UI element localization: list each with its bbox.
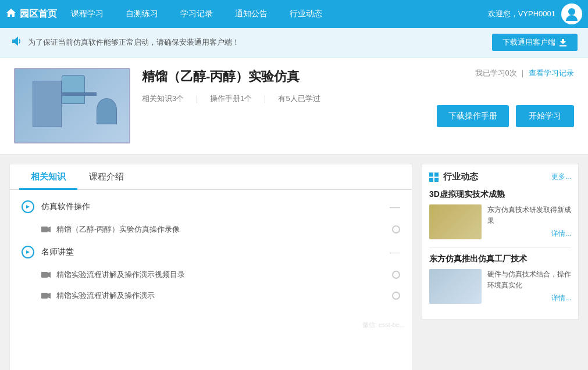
grid-icon	[429, 173, 439, 182]
industry-more[interactable]: 更多...	[551, 172, 571, 182]
section-item-0[interactable]: 仿真软件操作 —	[10, 195, 412, 219]
lesson-title-1-0: 精馏实验流程讲解及操作演示视频目录	[56, 270, 386, 280]
section-title-1: 名师讲堂	[41, 247, 383, 257]
svg-marker-3	[48, 227, 51, 232]
svg-marker-4	[26, 250, 30, 254]
welcome-text: 欢迎您，VYPH0001	[488, 9, 555, 19]
lesson-radio-1-1	[392, 292, 400, 300]
news-content-1: 硬件与仿真技术结合，操作环境真实化 详情...	[487, 269, 571, 304]
news-more-1[interactable]: 详情...	[487, 293, 571, 303]
news-body-0: 东方仿真技术研发取得新成果 详情...	[429, 204, 571, 239]
nav-link-records[interactable]: 学习记录	[178, 9, 215, 19]
lesson-item-1-1[interactable]: 精馏实验流程讲解及操作演示	[10, 285, 412, 306]
lesson-radio-1-0	[392, 271, 400, 279]
news-desc-1: 硬件与仿真技术结合，操作环境真实化	[487, 270, 571, 289]
download-client-label: 下载通用客户端	[503, 37, 555, 48]
news-title-0: 3D虚拟现实技术成熟	[429, 189, 571, 200]
view-record-link[interactable]: 查看学习记录	[529, 69, 574, 77]
nav-links: 课程学习 自测练习 学习记录 通知公告 行业动态	[69, 9, 488, 19]
download-client-button[interactable]: 下载通用客户端	[492, 34, 578, 51]
news-thumb-0	[429, 204, 482, 239]
speaker-icon	[10, 36, 22, 49]
home-icon	[6, 8, 16, 20]
course-record: 我已学习0次 ｜ 查看学习记录	[475, 68, 574, 78]
meta-knowledge: 相关知识3个	[142, 94, 184, 104]
meta-manual: 操作手册1个	[210, 94, 252, 104]
meta-divider-2: ｜	[261, 94, 269, 104]
lesson-radio-0-0	[392, 225, 400, 234]
course-title: 精馏（乙醇-丙醇）实验仿真	[142, 68, 425, 85]
section-dash-1: —	[390, 246, 400, 258]
notice-bar: 为了保证当前仿真软件能够正常启动，请确保安装通用客户端！ 下载通用客户端	[0, 28, 588, 58]
start-learning-button[interactable]: 开始学习	[516, 105, 574, 127]
tab-bar: 相关知识 课程介绍	[10, 164, 412, 190]
industry-title: 行业动态	[443, 171, 547, 182]
meta-learners: 有5人已学过	[278, 94, 320, 104]
course-header: 精馏（乙醇-丙醇）实验仿真 相关知识3个 ｜ 操作手册1个 ｜ 有5人已学过 我…	[0, 58, 588, 155]
news-more-0[interactable]: 详情...	[487, 229, 571, 239]
news-item-0: 3D虚拟现实技术成熟 东方仿真技术研发取得新成果 详情...	[429, 189, 571, 239]
svg-marker-6	[48, 272, 51, 278]
lesson-title-1-1: 精馏实验流程讲解及操作演示	[56, 290, 386, 301]
brand-label: 园区首页	[20, 8, 57, 20]
news-thumb-1	[429, 269, 482, 304]
course-thumbnail	[14, 68, 130, 143]
main-content: 相关知识 课程介绍 仿真软件操作 — 精馏（乙醇-丙醇）实验仿真操作录像	[0, 155, 588, 370]
svg-marker-8	[48, 293, 51, 299]
watermark: 微信: esst-be...	[362, 321, 405, 329]
industry-section: 行业动态 更多... 3D虚拟现实技术成熟 东方仿真技术研发取得新成果 详情..…	[422, 164, 579, 319]
nav-right: 欢迎您，VYPH0001	[488, 3, 582, 24]
news-desc-0: 东方仿真技术研发取得新成果	[487, 206, 571, 225]
right-panel: 行业动态 更多... 3D虚拟现实技术成熟 东方仿真技术研发取得新成果 详情..…	[422, 164, 579, 319]
industry-header: 行业动态 更多...	[429, 171, 571, 182]
nav-link-practice[interactable]: 自测练习	[123, 9, 161, 19]
course-meta: 相关知识3个 ｜ 操作手册1个 ｜ 有5人已学过	[142, 94, 425, 104]
svg-point-0	[568, 8, 575, 15]
tab-course-intro[interactable]: 课程介绍	[77, 164, 136, 190]
news-item-1: 东方仿真推出仿真工厂技术 硬件与仿真技术结合，操作环境真实化 详情...	[429, 254, 571, 304]
nav-link-notices[interactable]: 通知公告	[233, 9, 270, 19]
notice-text: 为了保证当前仿真软件能够正常启动，请确保安装通用客户端！	[28, 37, 486, 48]
course-info: 精馏（乙醇-丙醇）实验仿真 相关知识3个 ｜ 操作手册1个 ｜ 有5人已学过	[142, 68, 425, 104]
news-title-1: 东方仿真推出仿真工厂技术	[429, 254, 571, 264]
tab-related-knowledge[interactable]: 相关知识	[19, 164, 77, 190]
navbar-brand[interactable]: 园区首页	[6, 8, 57, 20]
lesson-title-0-0: 精馏（乙醇-丙醇）实验仿真操作录像	[56, 224, 386, 235]
section-expand-icon-0	[22, 200, 34, 213]
news-body-1: 硬件与仿真技术结合，操作环境真实化 详情...	[429, 269, 571, 304]
navbar: 园区首页 课程学习 自测练习 学习记录 通知公告 行业动态 欢迎您，VYPH00…	[0, 0, 588, 28]
left-panel: 相关知识 课程介绍 仿真软件操作 — 精馏（乙醇-丙醇）实验仿真操作录像	[9, 164, 412, 370]
svg-rect-5	[41, 272, 48, 278]
lesson-item-1-0[interactable]: 精馏实验流程讲解及操作演示视频目录	[10, 264, 412, 285]
avatar[interactable]	[561, 3, 582, 24]
lesson-item-0-0[interactable]: 精馏（乙醇-丙醇）实验仿真操作录像	[10, 219, 412, 240]
section-item-1[interactable]: 名师讲堂 —	[10, 240, 412, 264]
section-list: 仿真软件操作 — 精馏（乙醇-丙醇）实验仿真操作录像 名师讲堂 —	[10, 190, 412, 311]
video-icon-0-0	[41, 225, 51, 235]
section-expand-icon-1	[22, 246, 34, 258]
svg-rect-7	[41, 293, 48, 299]
video-icon-1-0	[41, 270, 51, 280]
course-buttons: 下载操作手册 开始学习	[437, 105, 574, 127]
video-icon-1-1	[41, 291, 51, 301]
section-dash-0: —	[390, 201, 400, 213]
news-divider	[429, 247, 571, 248]
meta-divider-1: ｜	[193, 94, 201, 104]
course-actions: 我已学习0次 ｜ 查看学习记录 下载操作手册 开始学习	[437, 68, 574, 127]
nav-link-courses[interactable]: 课程学习	[69, 9, 106, 19]
svg-rect-2	[41, 227, 48, 232]
section-title-0: 仿真软件操作	[41, 202, 383, 212]
nav-link-industry[interactable]: 行业动态	[287, 9, 325, 19]
news-content-0: 东方仿真技术研发取得新成果 详情...	[487, 204, 571, 239]
download-manual-button[interactable]: 下载操作手册	[437, 105, 509, 127]
svg-marker-1	[26, 205, 30, 209]
